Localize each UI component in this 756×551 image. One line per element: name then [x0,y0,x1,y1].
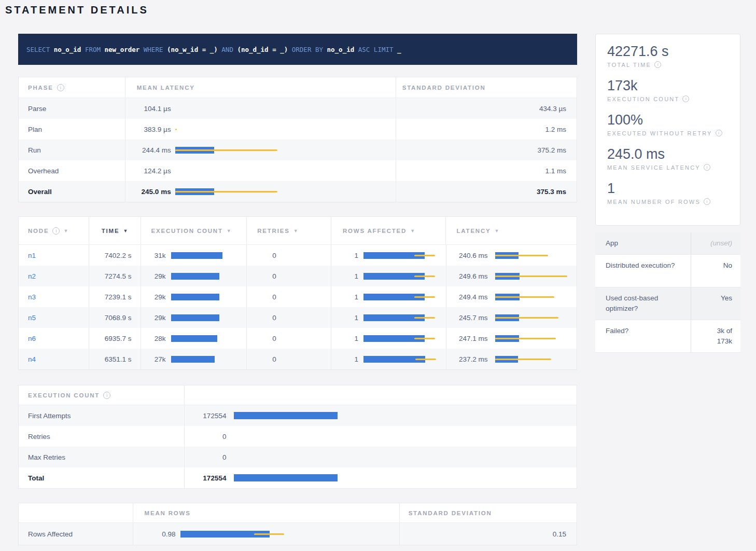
table-row: Rows Affected 0.98 0.15 [19,523,577,545]
info-icon[interactable]: i [704,198,710,205]
execution-count-bar [171,314,241,321]
info-icon[interactable]: i [57,84,64,91]
stat-value: 1 [607,180,729,197]
sql-keyword: ASC LIMIT [358,46,397,53]
count-bar [234,474,564,481]
exec-row-label: Retries [19,426,184,447]
info-icon[interactable]: i [654,61,661,68]
exec-count-value: 172554 [185,474,226,482]
rows-affected-value: 1 [331,272,358,280]
phase-table-header: PHASE i MEAN LATENCY STANDARD DEVIATION [19,77,577,98]
latency-bar [495,314,569,321]
latency-bar [495,252,569,259]
rows-affected-label: Rows Affected [19,523,133,545]
latency-bar [495,356,569,363]
info-icon[interactable]: i [716,130,722,136]
summary-stat: 42271.6 sTOTAL TIMEi [607,43,729,68]
info-icon[interactable]: i [103,392,110,399]
stat-label: MEAN NUMBER OF ROWS [607,199,701,205]
table-row: Retries 0 [19,426,577,447]
node-table-row: n27274.5 s29k01249.6 ms [19,266,577,286]
rows-affected-bar [363,252,440,259]
exec-row-label: Max Retries [19,447,184,467]
retries-column-header[interactable]: RETRIES ▼ [246,217,331,244]
table-row-overall: Overall 245.0 ms 375.3 ms [19,181,577,202]
mean-latency-value: 124.2 µs [125,167,171,175]
rows-affected-bar [363,273,440,280]
phase-label: Overhead [19,160,125,181]
latency-value: 247.1 ms [446,335,488,342]
exec-count-value: 0 [185,453,226,461]
info-icon[interactable]: i [52,227,60,235]
sort-arrow-icon: ▼ [227,228,232,233]
node-link[interactable]: n3 [28,293,36,301]
node-link[interactable]: n5 [28,314,36,322]
summary-stat: 173kEXECUTION COUNTi [607,77,729,102]
execution-count-table: EXECUTION COUNT i First Attempts 172554 … [18,385,577,489]
time-value: 7239.1 s [89,286,141,307]
info-icon[interactable]: i [682,95,689,102]
table-row: Plan 383.9 µs 1.2 ms [19,119,577,140]
standard-deviation-column-header: STANDARD DEVIATION [396,77,577,98]
time-value: 7402.2 s [89,245,141,266]
node-column-header[interactable]: NODE i ▼ [19,217,89,244]
property-label: Distributed execution? [595,255,691,287]
mean-latency-value: 244.4 ms [125,146,171,154]
node-table-row: n66935.7 s28k01247.1 ms [19,328,577,349]
property-row: Distributed execution?No [595,255,740,287]
rows-affected-table: MEAN ROWS STANDARD DEVIATION Rows Affect… [18,503,577,545]
execution-count-column-header[interactable]: EXECUTION COUNT ▼ [141,217,247,244]
mean-latency-value: 383.9 µs [125,126,171,133]
retries-value: 0 [246,307,331,328]
summary-stat: 245.0 msMEAN SERVICE LATENCYi [607,145,729,171]
execution-count-title-label: EXECUTION COUNT [28,392,100,398]
rows-affected-column-header[interactable]: ROWS AFFECTED ▼ [331,217,446,244]
node-link[interactable]: n2 [28,272,36,280]
phase-column-header: PHASE i [19,77,125,98]
sql-identifier: _ [397,46,401,53]
node-table-row: n37239.1 s29k01249.4 ms [19,286,577,307]
mean-rows-column-header: MEAN ROWS [133,503,399,522]
stat-value: 42271.6 s [607,43,729,60]
retries-header-label: RETRIES [257,228,289,234]
phase-label: Parse [19,98,125,119]
rows-bar [180,531,389,538]
phase-label: Overall [19,181,125,202]
page-title: STATEMENT DETAILS [5,4,149,16]
property-row: App(unset) [595,232,740,255]
node-table-row: n17402.2 s31k01240.6 ms [19,245,577,266]
count-bar [234,453,564,461]
summary-sidebar: 42271.6 sTOTAL TIMEi173kEXECUTION COUNTi… [595,34,740,353]
node-link[interactable]: n4 [28,355,36,363]
property-value: Yes [691,287,740,320]
rows-affected-bar [363,356,440,363]
execution-count-bar [171,356,241,363]
sort-arrow-icon: ▼ [410,228,416,233]
property-label: Used cost-based optimizer? [595,287,691,320]
sql-keyword: WHERE [144,46,167,53]
execution-count-bar [171,294,241,300]
main-column: SELECT no_o_id FROM new_order WHERE (no_… [18,34,577,545]
latency-bar [495,294,569,300]
phase-label: Run [19,140,125,160]
std-dev-value: 375.3 ms [396,181,577,202]
retries-value: 0 [246,245,331,266]
node-link[interactable]: n6 [28,335,36,342]
sort-arrow-icon: ▼ [63,228,69,233]
latency-value: 240.6 ms [446,252,488,259]
info-icon[interactable]: i [704,164,710,171]
time-column-header[interactable]: TIME ▼ [89,217,141,244]
property-row: Used cost-based optimizer?Yes [595,287,740,320]
rows-affected-header-label: ROWS AFFECTED [343,228,407,234]
latency-column-header[interactable]: LATENCY ▼ [445,217,577,244]
node-table-row: n57068.9 s29k01245.7 ms [19,307,577,328]
stat-value: 173k [607,77,729,94]
time-value: 6351.1 s [89,349,141,369]
rows-table-header: MEAN ROWS STANDARD DEVIATION [19,503,577,523]
summary-stats-card: 42271.6 sTOTAL TIMEi173kEXECUTION COUNTi… [595,34,740,226]
node-header-label: NODE [28,228,49,234]
time-value: 6935.7 s [89,328,141,349]
latency-bar [175,147,384,154]
node-link[interactable]: n1 [28,252,36,259]
execution-count-bar [171,252,241,259]
